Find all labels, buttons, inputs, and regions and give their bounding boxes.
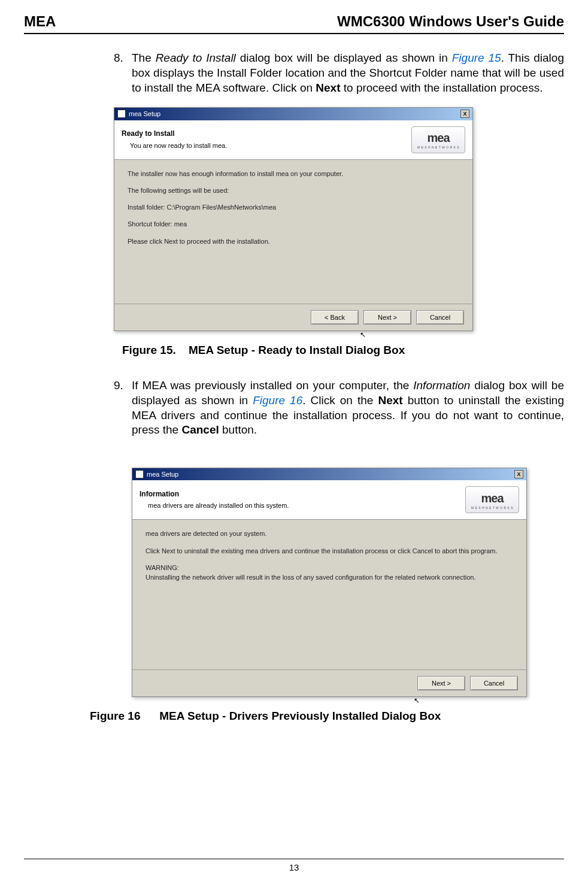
screenshot-figure-16: mea Setup X Information mea drivers are … [114, 468, 564, 697]
body-line: The following settings will be used: [128, 186, 459, 195]
cursor-icon: ↖ [414, 696, 420, 706]
screenshot-figure-15: mea Setup X Ready to Install You are now… [114, 107, 564, 331]
body-line: Please click Next to proceed with the in… [128, 237, 459, 246]
bold-cancel: Cancel [181, 423, 219, 436]
window-icon [135, 470, 144, 478]
item-number: 8. [114, 51, 132, 95]
dialog-name-italic: Information [413, 379, 470, 392]
close-button[interactable]: X [514, 470, 523, 478]
window-title: mea Setup [129, 110, 160, 118]
body-line: Shortcut folder: mea [128, 220, 459, 228]
list-item-9: 9. If MEA was previously installed on yo… [114, 378, 564, 438]
cancel-button[interactable]: Cancel [416, 310, 464, 325]
dialog-header-title: Ready to Install [122, 129, 227, 139]
dialog-header-title: Information [140, 490, 289, 499]
dialog-header: Information mea drivers are already inst… [132, 480, 526, 520]
body-line: mea drivers are detected on your system. [146, 529, 513, 538]
window-icon [117, 110, 126, 118]
mea-setup-dialog-ready: mea Setup X Ready to Install You are now… [114, 107, 473, 331]
page-header: MEA WMC6300 Windows User's Guide [24, 12, 564, 34]
cursor-icon: ↖ [360, 331, 366, 340]
page-footer-area: 13 [24, 841, 564, 874]
mea-logo: mea M E S H N E T W O R K S [465, 486, 519, 513]
body-line: Install folder: C:\Program Files\MeshNet… [128, 203, 459, 211]
mea-logo: mea M E S H N E T W O R K S [411, 126, 465, 153]
close-button[interactable]: X [460, 110, 469, 118]
main-content: 8. The Ready to Install dialog box will … [114, 51, 564, 724]
header-right: WMC6300 Windows User's Guide [337, 12, 564, 31]
item-text: The Ready to Install dialog box will be … [132, 51, 564, 95]
body-line: Uninstalling the network driver will res… [146, 573, 513, 581]
page-number: 13 [24, 859, 564, 874]
next-button[interactable]: Next > [363, 310, 411, 325]
body-line: WARNING: [146, 563, 513, 572]
bold-next: Next [378, 394, 402, 407]
item-number: 9. [114, 378, 132, 438]
figure-ref-link[interactable]: Figure 16 [253, 394, 302, 407]
figure-ref-link[interactable]: Figure 15 [452, 51, 501, 64]
dialog-header-sub: You are now ready to install mea. [130, 141, 227, 150]
figure-15-caption: Figure 15. MEA Setup - Ready to Install … [122, 343, 564, 358]
titlebar: mea Setup X [132, 468, 526, 480]
back-button[interactable]: < Back [311, 310, 359, 325]
body-line: Click Next to uninstall the existing mea… [146, 547, 513, 555]
next-button[interactable]: Next > [417, 676, 465, 690]
mea-setup-dialog-info: mea Setup X Information mea drivers are … [132, 468, 527, 697]
titlebar: mea Setup X [114, 108, 472, 120]
header-left: MEA [24, 12, 56, 31]
dialog-header: Ready to Install You are now ready to in… [114, 120, 472, 160]
dialog-body: mea drivers are detected on your system.… [132, 520, 526, 669]
dialog-footer: Next > ↖ Cancel [132, 669, 526, 696]
figure-16-caption: Figure 16 MEA Setup - Drivers Previously… [90, 709, 564, 724]
dialog-header-sub: mea drivers are already installed on thi… [148, 501, 289, 510]
bold-next: Next [316, 81, 340, 94]
item-text: If MEA was previously installed on your … [132, 378, 564, 438]
dialog-footer: < Back Next > ↖ Cancel [114, 304, 472, 331]
cancel-button[interactable]: Cancel [470, 676, 518, 690]
body-line: The installer now has enough information… [128, 169, 459, 178]
window-title: mea Setup [147, 470, 178, 478]
dialog-body: The installer now has enough information… [114, 160, 472, 304]
list-item-8: 8. The Ready to Install dialog box will … [114, 51, 564, 95]
dialog-name-italic: Ready to Install [156, 51, 236, 64]
